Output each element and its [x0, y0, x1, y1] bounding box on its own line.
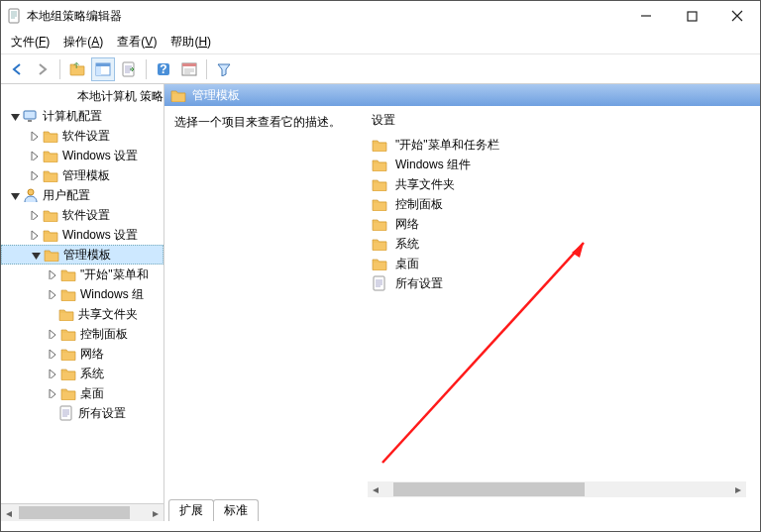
folder-icon: [372, 177, 387, 191]
tree-item[interactable]: 网络: [1, 344, 163, 364]
export-button[interactable]: [117, 57, 141, 81]
body: 本地计算机 策略 计算机配置 软件设置 Windows 设置: [1, 84, 760, 521]
folder-icon: [60, 327, 76, 341]
folder-icon: [372, 138, 387, 152]
folder-icon: [43, 208, 58, 222]
back-button[interactable]: [5, 57, 29, 81]
tree-item[interactable]: 桌面: [1, 383, 163, 403]
expand-icon[interactable]: [29, 229, 41, 241]
list-item[interactable]: "开始"菜单和任务栏: [372, 135, 756, 155]
window: 本地组策略编辑器 文件(F) 操作(A) 查看(V) 帮助(H) ? 本: [0, 0, 761, 532]
detail: 选择一个项目来查看它的描述。 设置 "开始"菜单和任务栏 Windows 组件 …: [164, 106, 760, 499]
menu-file[interactable]: 文件(F): [11, 34, 50, 51]
expand-icon[interactable]: [47, 288, 58, 300]
tree-user[interactable]: 用户配置: [1, 185, 163, 205]
svg-rect-9: [96, 63, 110, 66]
show-tree-button[interactable]: [91, 57, 115, 81]
menu-action[interactable]: 操作(A): [63, 34, 103, 51]
minimize-button[interactable]: [623, 1, 669, 31]
folder-icon: [58, 307, 74, 321]
breadcrumb: 管理模板: [164, 84, 760, 106]
page-icon: [372, 275, 387, 291]
tree-item[interactable]: Windows 设置: [1, 225, 163, 245]
svg-rect-14: [182, 63, 196, 66]
list-scrollbar[interactable]: ◂ ▸: [368, 481, 746, 497]
folder-icon: [60, 347, 76, 361]
scroll-right-icon[interactable]: ▸: [730, 481, 746, 497]
tree-pane: 本地计算机 策略 计算机配置 软件设置 Windows 设置: [1, 84, 164, 521]
list-item[interactable]: 所有设置: [372, 273, 756, 293]
folder-icon: [170, 88, 186, 102]
tree-item[interactable]: 系统: [1, 364, 163, 383]
toolbar: ?: [1, 54, 760, 84]
list-pane: 设置 "开始"菜单和任务栏 Windows 组件 共享文件夹 控制面板 网络 系…: [368, 106, 760, 499]
list-item[interactable]: 网络: [372, 214, 756, 234]
expand-icon[interactable]: [29, 130, 41, 142]
menubar: 文件(F) 操作(A) 查看(V) 帮助(H): [1, 31, 760, 54]
forward-button[interactable]: [31, 57, 54, 81]
expand-icon[interactable]: [9, 110, 21, 122]
collapse-icon[interactable]: [30, 249, 42, 261]
folder-icon: [372, 237, 387, 251]
list-item-system[interactable]: 系统: [372, 234, 756, 254]
user-icon: [23, 187, 39, 203]
scroll-right-icon[interactable]: ▸: [148, 504, 163, 521]
titlebar: 本地组策略编辑器: [1, 1, 760, 31]
expand-icon[interactable]: [47, 387, 58, 399]
expand-icon[interactable]: [47, 368, 58, 379]
tree-item[interactable]: 共享文件夹: [1, 304, 163, 324]
help-button[interactable]: ?: [152, 57, 175, 81]
maximize-button[interactable]: [669, 1, 714, 31]
expand-icon[interactable]: [29, 169, 41, 181]
tab-extended[interactable]: 扩展: [168, 499, 214, 521]
menu-help[interactable]: 帮助(H): [170, 34, 211, 51]
tree-item[interactable]: 控制面板: [1, 324, 163, 344]
tabstrip: 扩展 标准: [164, 499, 760, 521]
folder-icon: [43, 129, 58, 143]
menu-view[interactable]: 查看(V): [117, 34, 157, 51]
hint-text: 选择一个项目来查看它的描述。: [174, 115, 341, 129]
statusbar: [1, 521, 760, 531]
svg-rect-10: [96, 66, 101, 75]
tree-item[interactable]: Windows 组: [1, 284, 163, 304]
folder-icon: [43, 168, 58, 182]
tree-admin-templates[interactable]: 管理模板: [1, 245, 163, 265]
breadcrumb-label: 管理模板: [192, 87, 240, 104]
scroll-left-icon[interactable]: ◂: [368, 481, 383, 497]
svg-text:?: ?: [160, 62, 166, 76]
folder-icon: [43, 228, 58, 242]
properties-button[interactable]: [177, 57, 201, 81]
window-title: 本地组策略编辑器: [27, 8, 623, 25]
expand-icon[interactable]: [29, 209, 41, 221]
expand-icon[interactable]: [47, 348, 58, 360]
tree-item[interactable]: 所有设置: [1, 403, 163, 423]
close-button[interactable]: [714, 1, 760, 31]
up-button[interactable]: [65, 57, 89, 81]
tab-standard[interactable]: 标准: [213, 499, 259, 521]
app-icon: [7, 8, 21, 24]
tree-item[interactable]: 软件设置: [1, 205, 163, 225]
filter-button[interactable]: [212, 57, 236, 81]
list-item[interactable]: Windows 组件: [372, 155, 756, 174]
tree-scrollbar[interactable]: ◂ ▸: [1, 503, 163, 521]
scroll-left-icon[interactable]: ◂: [1, 504, 17, 521]
list-item[interactable]: 控制面板: [372, 194, 756, 214]
list-item[interactable]: 桌面: [372, 254, 756, 273]
expand-icon[interactable]: [47, 268, 58, 280]
tree-item[interactable]: "开始"菜单和: [1, 265, 163, 284]
expand-icon[interactable]: [9, 189, 21, 201]
column-header[interactable]: 设置: [372, 112, 756, 129]
folder-icon: [372, 257, 387, 270]
right-pane: 管理模板 选择一个项目来查看它的描述。 设置 "开始"菜单和任务栏 Window…: [164, 84, 760, 521]
list-item[interactable]: 共享文件夹: [372, 174, 756, 194]
folder-icon: [44, 248, 59, 262]
folder-icon: [60, 267, 76, 281]
tree-computer[interactable]: 计算机配置: [1, 106, 163, 126]
folder-icon: [372, 158, 387, 171]
tree-root[interactable]: 本地计算机 策略: [1, 86, 163, 106]
folder-icon: [43, 149, 58, 162]
tree[interactable]: 本地计算机 策略 计算机配置 软件设置 Windows 设置: [1, 84, 163, 503]
expand-icon[interactable]: [29, 150, 41, 161]
expand-icon[interactable]: [47, 328, 58, 340]
page-icon: [58, 405, 74, 421]
